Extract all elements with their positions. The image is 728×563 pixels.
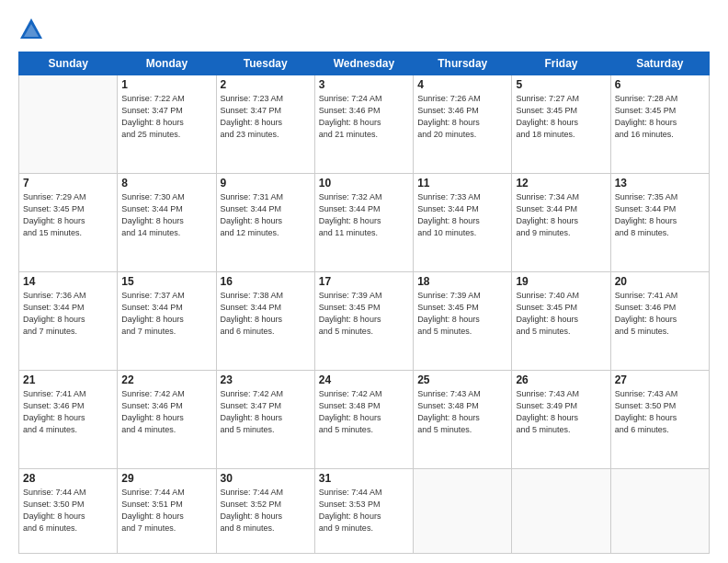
day-header-monday: Monday bbox=[118, 52, 216, 75]
calendar-day-cell: 21Sunrise: 7:41 AM Sunset: 3:46 PM Dayli… bbox=[19, 370, 118, 468]
day-number: 25 bbox=[417, 373, 507, 386]
day-number: 12 bbox=[516, 177, 606, 190]
day-info: Sunrise: 7:31 AM Sunset: 3:44 PM Dayligh… bbox=[221, 191, 311, 239]
calendar-header-row: SundayMondayTuesdayWednesdayThursdayFrid… bbox=[19, 52, 710, 75]
day-number: 17 bbox=[319, 275, 409, 288]
day-info: Sunrise: 7:30 AM Sunset: 3:44 PM Dayligh… bbox=[121, 191, 211, 239]
day-number: 1 bbox=[121, 78, 211, 91]
calendar-day-cell: 15Sunrise: 7:37 AM Sunset: 3:44 PM Dayli… bbox=[118, 271, 216, 370]
day-info: Sunrise: 7:39 AM Sunset: 3:45 PM Dayligh… bbox=[417, 290, 507, 338]
day-info: Sunrise: 7:42 AM Sunset: 3:47 PM Dayligh… bbox=[221, 388, 311, 436]
day-info: Sunrise: 7:44 AM Sunset: 3:51 PM Dayligh… bbox=[121, 487, 211, 534]
calendar-day-cell: 9Sunrise: 7:31 AM Sunset: 3:44 PM Daylig… bbox=[216, 173, 314, 271]
calendar-day-cell: 22Sunrise: 7:42 AM Sunset: 3:46 PM Dayli… bbox=[118, 370, 216, 468]
day-number: 13 bbox=[615, 177, 705, 190]
day-number: 9 bbox=[221, 177, 311, 190]
calendar-day-cell: 31Sunrise: 7:44 AM Sunset: 3:53 PM Dayli… bbox=[314, 468, 413, 553]
calendar-day-cell: 8Sunrise: 7:30 AM Sunset: 3:44 PM Daylig… bbox=[118, 173, 216, 271]
calendar-table: SundayMondayTuesdayWednesdayThursdayFrid… bbox=[18, 52, 710, 554]
day-number: 21 bbox=[23, 373, 113, 386]
calendar-day-cell: 24Sunrise: 7:42 AM Sunset: 3:48 PM Dayli… bbox=[314, 370, 413, 468]
day-number: 28 bbox=[23, 472, 113, 485]
day-number: 8 bbox=[121, 177, 211, 190]
day-number: 3 bbox=[319, 78, 409, 91]
day-number: 27 bbox=[615, 373, 705, 386]
day-number: 4 bbox=[417, 78, 507, 91]
page: SundayMondayTuesdayWednesdayThursdayFrid… bbox=[0, 0, 728, 563]
day-info: Sunrise: 7:34 AM Sunset: 3:44 PM Dayligh… bbox=[516, 191, 606, 239]
day-info: Sunrise: 7:22 AM Sunset: 3:47 PM Dayligh… bbox=[121, 93, 211, 141]
day-number: 18 bbox=[417, 275, 507, 288]
day-number: 20 bbox=[615, 275, 705, 288]
calendar-day-cell: 23Sunrise: 7:42 AM Sunset: 3:47 PM Dayli… bbox=[216, 370, 314, 468]
day-number: 16 bbox=[221, 275, 311, 288]
day-number: 7 bbox=[23, 177, 113, 190]
calendar-day-cell: 1Sunrise: 7:22 AM Sunset: 3:47 PM Daylig… bbox=[118, 75, 216, 174]
calendar-day-cell: 12Sunrise: 7:34 AM Sunset: 3:44 PM Dayli… bbox=[512, 173, 610, 271]
day-info: Sunrise: 7:23 AM Sunset: 3:47 PM Dayligh… bbox=[221, 93, 311, 141]
day-number: 14 bbox=[23, 275, 113, 288]
day-info: Sunrise: 7:42 AM Sunset: 3:48 PM Dayligh… bbox=[319, 388, 409, 436]
logo-icon bbox=[18, 17, 44, 42]
day-info: Sunrise: 7:41 AM Sunset: 3:46 PM Dayligh… bbox=[615, 290, 705, 338]
day-number: 10 bbox=[319, 177, 409, 190]
day-number: 29 bbox=[121, 472, 211, 485]
calendar-day-cell: 4Sunrise: 7:26 AM Sunset: 3:46 PM Daylig… bbox=[414, 75, 512, 174]
day-header-friday: Friday bbox=[512, 52, 610, 75]
calendar-day-cell: 27Sunrise: 7:43 AM Sunset: 3:50 PM Dayli… bbox=[610, 370, 709, 468]
day-number: 30 bbox=[221, 472, 311, 485]
calendar-day-cell bbox=[512, 468, 610, 553]
day-info: Sunrise: 7:42 AM Sunset: 3:46 PM Dayligh… bbox=[121, 388, 211, 436]
calendar-day-cell bbox=[610, 468, 709, 553]
day-info: Sunrise: 7:39 AM Sunset: 3:45 PM Dayligh… bbox=[319, 290, 409, 338]
calendar-day-cell: 16Sunrise: 7:38 AM Sunset: 3:44 PM Dayli… bbox=[216, 271, 314, 370]
day-info: Sunrise: 7:43 AM Sunset: 3:49 PM Dayligh… bbox=[516, 388, 606, 436]
calendar-week-row: 7Sunrise: 7:29 AM Sunset: 3:45 PM Daylig… bbox=[19, 173, 710, 271]
calendar-day-cell: 6Sunrise: 7:28 AM Sunset: 3:45 PM Daylig… bbox=[610, 75, 709, 174]
day-info: Sunrise: 7:43 AM Sunset: 3:48 PM Dayligh… bbox=[417, 388, 507, 436]
day-number: 31 bbox=[319, 472, 409, 485]
day-info: Sunrise: 7:40 AM Sunset: 3:45 PM Dayligh… bbox=[516, 290, 606, 338]
calendar-week-row: 28Sunrise: 7:44 AM Sunset: 3:50 PM Dayli… bbox=[19, 468, 710, 553]
day-info: Sunrise: 7:44 AM Sunset: 3:52 PM Dayligh… bbox=[221, 487, 311, 534]
calendar-day-cell: 20Sunrise: 7:41 AM Sunset: 3:46 PM Dayli… bbox=[610, 271, 709, 370]
day-info: Sunrise: 7:38 AM Sunset: 3:44 PM Dayligh… bbox=[221, 290, 311, 338]
day-number: 5 bbox=[516, 78, 606, 91]
day-number: 26 bbox=[516, 373, 606, 386]
day-info: Sunrise: 7:29 AM Sunset: 3:45 PM Dayligh… bbox=[23, 191, 113, 239]
day-number: 22 bbox=[121, 373, 211, 386]
calendar-day-cell: 28Sunrise: 7:44 AM Sunset: 3:50 PM Dayli… bbox=[19, 468, 118, 553]
day-number: 24 bbox=[319, 373, 409, 386]
calendar-day-cell: 10Sunrise: 7:32 AM Sunset: 3:44 PM Dayli… bbox=[314, 173, 413, 271]
calendar-day-cell: 5Sunrise: 7:27 AM Sunset: 3:45 PM Daylig… bbox=[512, 75, 610, 174]
day-number: 2 bbox=[221, 78, 311, 91]
calendar-day-cell: 29Sunrise: 7:44 AM Sunset: 3:51 PM Dayli… bbox=[118, 468, 216, 553]
calendar-day-cell: 18Sunrise: 7:39 AM Sunset: 3:45 PM Dayli… bbox=[414, 271, 512, 370]
day-number: 19 bbox=[516, 275, 606, 288]
day-info: Sunrise: 7:32 AM Sunset: 3:44 PM Dayligh… bbox=[319, 191, 409, 239]
calendar-day-cell: 26Sunrise: 7:43 AM Sunset: 3:49 PM Dayli… bbox=[512, 370, 610, 468]
header bbox=[18, 17, 710, 42]
calendar-day-cell: 30Sunrise: 7:44 AM Sunset: 3:52 PM Dayli… bbox=[216, 468, 314, 553]
day-info: Sunrise: 7:26 AM Sunset: 3:46 PM Dayligh… bbox=[417, 93, 507, 141]
calendar-day-cell: 13Sunrise: 7:35 AM Sunset: 3:44 PM Dayli… bbox=[610, 173, 709, 271]
day-info: Sunrise: 7:36 AM Sunset: 3:44 PM Dayligh… bbox=[23, 290, 113, 338]
day-info: Sunrise: 7:37 AM Sunset: 3:44 PM Dayligh… bbox=[121, 290, 211, 338]
day-number: 15 bbox=[121, 275, 211, 288]
day-header-thursday: Thursday bbox=[414, 52, 512, 75]
calendar-day-cell: 3Sunrise: 7:24 AM Sunset: 3:46 PM Daylig… bbox=[314, 75, 413, 174]
calendar-week-row: 14Sunrise: 7:36 AM Sunset: 3:44 PM Dayli… bbox=[19, 271, 710, 370]
calendar-day-cell bbox=[19, 75, 118, 174]
calendar-day-cell: 19Sunrise: 7:40 AM Sunset: 3:45 PM Dayli… bbox=[512, 271, 610, 370]
calendar-day-cell: 17Sunrise: 7:39 AM Sunset: 3:45 PM Dayli… bbox=[314, 271, 413, 370]
day-info: Sunrise: 7:33 AM Sunset: 3:44 PM Dayligh… bbox=[417, 191, 507, 239]
calendar-day-cell: 7Sunrise: 7:29 AM Sunset: 3:45 PM Daylig… bbox=[19, 173, 118, 271]
day-number: 6 bbox=[615, 78, 705, 91]
logo bbox=[18, 17, 48, 42]
calendar-day-cell bbox=[414, 468, 512, 553]
calendar-week-row: 21Sunrise: 7:41 AM Sunset: 3:46 PM Dayli… bbox=[19, 370, 710, 468]
calendar-day-cell: 25Sunrise: 7:43 AM Sunset: 3:48 PM Dayli… bbox=[414, 370, 512, 468]
day-info: Sunrise: 7:43 AM Sunset: 3:50 PM Dayligh… bbox=[615, 388, 705, 436]
day-number: 23 bbox=[221, 373, 311, 386]
day-header-saturday: Saturday bbox=[610, 52, 709, 75]
